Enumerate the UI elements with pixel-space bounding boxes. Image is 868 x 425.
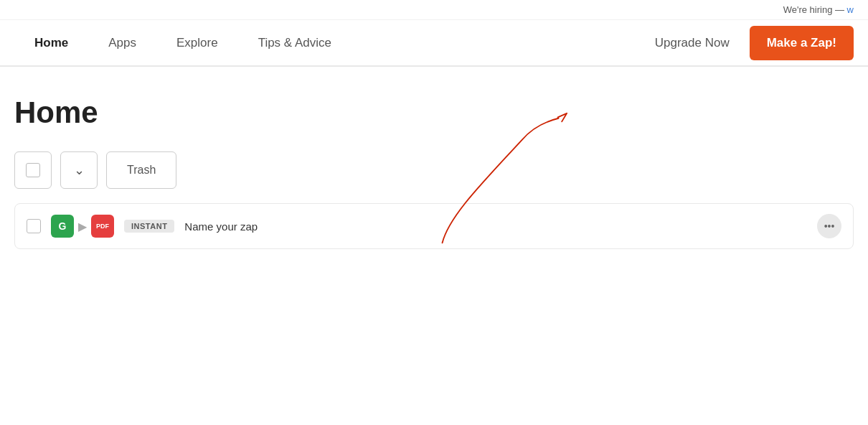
hiring-text: We're hiring — w [783,4,854,15]
zap-row-checkbox[interactable] [27,219,41,233]
nav-explore[interactable]: Explore [156,19,238,66]
nav-apps[interactable]: Apps [88,19,156,66]
page-title: Home [14,95,854,130]
main-navbar: Home Apps Explore Tips & Advice Upgrade … [0,20,868,67]
checkbox-inner [26,163,40,177]
nav-items: Home Apps Explore Tips & Advice Upgrade … [14,19,854,66]
trash-label: Trash [127,164,156,177]
zap-action-button[interactable]: ••• [817,214,841,238]
nav-home[interactable]: Home [14,19,88,66]
zap-name-text: Name your zap [184,220,807,233]
zap-list-row: G ▶ PDF INSTANT Name your zap ••• [14,203,854,249]
dropdown-button[interactable]: ⌄ [60,151,98,189]
app-icon-label: G [59,220,67,232]
instant-badge: INSTANT [124,220,174,233]
app-icon-pdf: PDF [91,215,114,238]
select-all-checkbox[interactable] [14,151,52,189]
main-content: Home ⌄ Trash G ▶ PDF INSTANT Name your z… [0,67,868,263]
hiring-link[interactable]: w [847,4,854,15]
top-hiring-bar: We're hiring — w [0,0,868,20]
zap-app-icons: G ▶ PDF [51,215,114,238]
app-icon-google-sheets: G [51,215,74,238]
nav-tips[interactable]: Tips & Advice [238,19,352,66]
arrow-icon: ▶ [78,220,87,233]
chevron-down-icon: ⌄ [74,162,85,178]
zap-toolbar: ⌄ Trash [14,151,854,189]
trash-button[interactable]: Trash [106,151,176,189]
zap-action-icon: ••• [824,220,835,232]
nav-upgrade[interactable]: Upgrade Now [635,19,750,66]
app-icon-pdf-label: PDF [96,223,109,230]
make-zap-button[interactable]: Make a Zap! [750,26,854,60]
